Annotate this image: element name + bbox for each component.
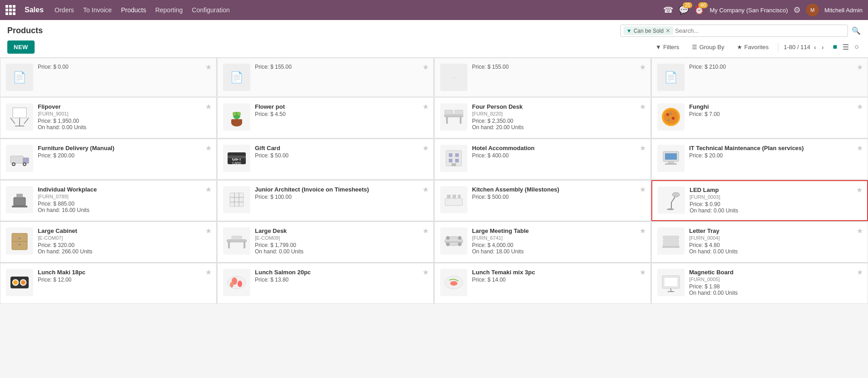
prev-page-button[interactable]: ‹ [812, 43, 818, 52]
favorite-star-icon[interactable]: ★ [857, 102, 863, 111]
nav-reporting[interactable]: Reporting [155, 6, 183, 14]
list-view-button[interactable]: ☰ [841, 41, 851, 53]
product-price: Price: $ 2,350.00 [472, 118, 645, 124]
search-input[interactable] [673, 27, 845, 34]
product-name: Large Meeting Table [472, 227, 645, 234]
page-title: Products [7, 26, 43, 35]
product-price: Price: $ 1,799.00 [255, 242, 428, 248]
product-info: LED Lamp [FURN_0003] Price: $ 0.90 On ha… [690, 186, 862, 214]
new-button[interactable]: NEW [7, 40, 35, 54]
favorite-star-icon[interactable]: ★ [205, 227, 212, 235]
svg-point-19 [670, 113, 672, 115]
product-image: 📄 [6, 64, 33, 91]
favorite-star-icon[interactable]: ★ [857, 227, 863, 235]
product-ref: [E-COM07] [38, 235, 211, 241]
list-item[interactable]: Magnetic Board [FURN_0005] Price: $ 1.98… [651, 263, 868, 304]
list-item[interactable]: Kitchen Assembly (Milestones) Price: $ 5… [434, 180, 651, 221]
favorite-star-icon[interactable]: ★ [640, 63, 646, 71]
nav-configuration[interactable]: Configuration [192, 6, 230, 14]
svg-line-4 [24, 118, 29, 124]
product-name: Furniture Delivery (Manual) [38, 145, 211, 151]
favorite-star-icon[interactable]: ★ [857, 268, 863, 277]
favorite-star-icon[interactable]: ★ [205, 185, 212, 194]
favorite-star-icon[interactable]: ★ [205, 144, 212, 152]
favorite-star-icon[interactable]: ★ [640, 185, 646, 194]
product-info: Hotel Accommodation Price: $ 400.00 [472, 145, 645, 159]
favorite-star-icon[interactable]: ★ [422, 63, 429, 71]
search-magnifier-icon[interactable]: 🔍 [852, 26, 861, 35]
list-item[interactable]: LED Lamp [FURN_0003] Price: $ 0.90 On ha… [651, 180, 868, 221]
toolbar-row: NEW ▼ Filters ☰ Group By ★ Favorites 1-8… [0, 39, 868, 58]
product-price: Price: $ 885.00 [38, 201, 211, 207]
favorite-star-icon[interactable]: ★ [422, 185, 429, 194]
list-item[interactable]: Letter Tray [FURN_0004] Price: $ 4.80 On… [651, 222, 868, 262]
svg-rect-71 [663, 243, 679, 246]
list-item[interactable]: Four Person Desk [FURN_8220] Price: $ 2,… [434, 97, 651, 138]
company-name[interactable]: My Company (San Francisco) [710, 7, 788, 14]
activity-icon[interactable]: ⏰ 40 [694, 5, 704, 15]
favorite-star-icon[interactable]: ★ [205, 268, 212, 277]
filter-remove-icon[interactable]: ✕ [665, 27, 670, 34]
list-item[interactable]: Individual Workplace [FURN_0789] Price: … [0, 180, 217, 221]
user-name[interactable]: Mitchell Admin [824, 7, 863, 14]
favorites-button[interactable]: ★ Favorites [733, 41, 772, 53]
list-item[interactable]: Junior Architect (Invoice on Timesheets)… [217, 180, 434, 221]
list-item[interactable]: IT Technical Maintenance (Plan services)… [651, 139, 868, 180]
list-item[interactable]: Funghi Price: $ 7.00 ★ [651, 97, 868, 138]
favorite-star-icon[interactable]: ★ [857, 63, 863, 71]
favorite-star-icon[interactable]: ★ [205, 102, 212, 111]
favorite-star-icon[interactable]: ★ [640, 144, 646, 152]
list-item[interactable]: GIFT CARD Gift Card Price: $ 50.00 ★ [217, 139, 434, 180]
svg-point-85 [450, 281, 457, 286]
user-avatar[interactable]: M [806, 4, 819, 16]
list-item[interactable]: Hotel Accommodation Price: $ 400.00 ★ [434, 139, 651, 180]
favorite-star-icon[interactable]: ★ [422, 268, 429, 277]
product-info: Letter Tray [FURN_0004] Price: $ 4.80 On… [689, 227, 862, 255]
favorite-star-icon[interactable]: ★ [422, 144, 429, 152]
list-item[interactable]: Large Desk [E-COM09] Price: $ 1,799.00 O… [217, 222, 434, 262]
list-item[interactable]: Flower pot Price: $ 4.50 ★ [217, 97, 434, 138]
app-grid-icon[interactable] [5, 5, 15, 15]
favorite-star-icon[interactable]: ★ [422, 227, 429, 235]
nav-to-invoice[interactable]: To Invoice [83, 6, 112, 14]
favorite-star-icon[interactable]: ★ [205, 63, 212, 71]
can-be-sold-filter[interactable]: ▼ Can be Sold ✕ [624, 26, 673, 35]
nav-orders[interactable]: Orders [55, 6, 74, 14]
search-bar[interactable]: ▼ Can be Sold ✕ [620, 25, 848, 37]
chat-icon[interactable]: 💬 25 [679, 5, 689, 15]
favorites-star-icon: ★ [737, 44, 742, 50]
favorite-star-icon[interactable]: ★ [640, 268, 646, 277]
svg-rect-0 [13, 108, 26, 118]
favorite-star-icon[interactable]: ★ [856, 186, 863, 194]
svg-point-8 [233, 112, 236, 116]
next-page-button[interactable]: › [820, 43, 826, 52]
list-item[interactable]: 📄 Price: $ 0.00 ★ [0, 58, 217, 97]
settings-icon[interactable]: ⚙ [793, 5, 801, 15]
product-ref: [FURN_6741] [472, 235, 645, 241]
list-item[interactable]: Flipover [FURN_9001] Price: $ 1,950.00 O… [0, 97, 217, 138]
phone-icon[interactable]: ☎ [663, 5, 673, 15]
list-item[interactable]: Lunch Maki 18pc Price: $ 12.00 ★ [0, 263, 217, 304]
kanban-view-button[interactable]: ■ [831, 41, 839, 53]
favorite-star-icon[interactable]: ★ [640, 102, 646, 111]
list-item[interactable]: Furniture Delivery (Manual) Price: $ 200… [0, 139, 217, 180]
product-image [440, 186, 467, 213]
svg-rect-44 [230, 193, 244, 207]
list-item[interactable]: ··· Price: $ 155.00 ★ [434, 58, 651, 97]
groupby-button[interactable]: ☰ Group By [688, 41, 728, 53]
product-stock: On hand: 20.00 Units [472, 124, 645, 131]
favorite-star-icon[interactable]: ★ [640, 227, 646, 235]
list-item[interactable]: Large Meeting Table [FURN_6741] Price: $… [434, 222, 651, 262]
list-item[interactable]: 📄 Price: $ 155.00 ★ [217, 58, 434, 97]
favorite-star-icon[interactable]: ★ [422, 102, 429, 111]
favorite-star-icon[interactable]: ★ [857, 144, 863, 152]
filters-button[interactable]: ▼ Filters [652, 41, 683, 53]
settings-view-button[interactable]: ○ [853, 41, 861, 53]
nav-products[interactable]: Products [121, 6, 146, 14]
list-item[interactable]: Lunch Temaki mix 3pc Price: $ 14.00 ★ [434, 263, 651, 304]
product-info: Price: $ 0.00 [38, 64, 211, 70]
list-item[interactable]: 📄 Price: $ 210.00 ★ [651, 58, 868, 97]
list-item[interactable]: Lunch Salmon 20pc Price: $ 13.80 ★ [217, 263, 434, 304]
app-name[interactable]: Sales [25, 6, 44, 14]
list-item[interactable]: Large Cabinet [E-COM07] Price: $ 320.00 … [0, 222, 217, 262]
